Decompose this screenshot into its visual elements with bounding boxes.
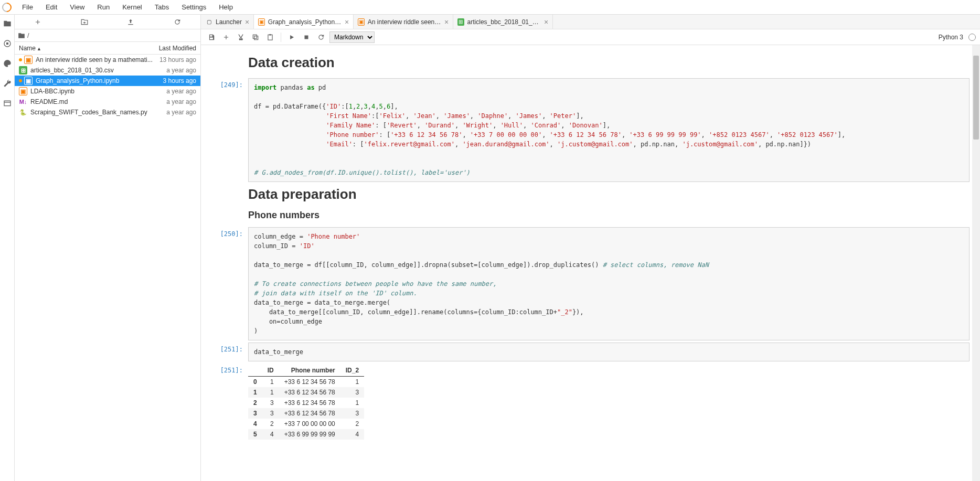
notebook-body[interactable]: Data creation [249]: import pandas as pd… — [201, 45, 980, 481]
file-row[interactable]: ▣LDA-BBC.ipynba year ago — [15, 86, 200, 97]
kernel-status-icon[interactable] — [968, 34, 976, 41]
file-name: Graph_analysis_Python.ipynb — [36, 77, 159, 84]
svg-rect-7 — [305, 35, 308, 39]
celltype-select[interactable]: Markdown — [329, 31, 375, 43]
close-icon[interactable]: × — [245, 18, 249, 26]
svg-rect-6 — [269, 34, 271, 35]
table-row: 23+33 6 12 34 56 781 — [248, 398, 364, 408]
new-folder-button[interactable] — [61, 15, 108, 29]
table-row: 42+33 7 00 00 00 002 — [248, 419, 364, 429]
svg-rect-2 — [4, 101, 10, 105]
file-row[interactable]: M↓README.mda year ago — [15, 97, 200, 107]
input-prompt: [251]: — [211, 343, 248, 361]
tab-label: Launcher — [216, 18, 242, 26]
code-input[interactable]: import pandas as pd df = pd.DataFrame({'… — [248, 78, 970, 182]
scrollbar[interactable] — [972, 45, 980, 481]
tab-label: An interview riddle seen by … — [368, 18, 441, 26]
running-dot-icon — [19, 58, 22, 61]
save-button[interactable] — [205, 31, 218, 44]
tab[interactable]: ▢Launcher× — [201, 15, 254, 29]
table-row: 01+33 6 12 34 56 781 — [248, 377, 364, 388]
scrollbar-thumb[interactable] — [973, 56, 979, 140]
breadcrumb[interactable]: / — [15, 29, 200, 42]
file-row[interactable]: ▣An interview riddle seen by a mathemati… — [15, 55, 200, 65]
table-row: 33+33 6 12 34 56 783 — [248, 408, 364, 419]
menu-file[interactable]: File — [17, 1, 38, 13]
folder-icon[interactable] — [3, 19, 12, 28]
file-name: Scraping_SWIFT_codes_Bank_names.py — [30, 109, 162, 116]
table-header — [248, 365, 262, 377]
new-launcher-button[interactable] — [15, 15, 61, 29]
activity-bar — [0, 15, 15, 481]
file-name: articles_bbc_2018_01_30.csv — [30, 67, 162, 74]
wrench-icon[interactable] — [3, 79, 12, 88]
nb-icon: ▣ — [24, 77, 33, 85]
file-modified: a year ago — [162, 98, 196, 105]
file-name: LDA-BBC.ipynb — [30, 88, 162, 95]
table-header: Phone number — [279, 365, 340, 377]
file-modified: a year ago — [162, 67, 196, 74]
cut-button[interactable] — [235, 31, 247, 44]
csv-icon: ⊞ — [457, 18, 464, 26]
py-icon: 🐍 — [19, 108, 27, 116]
tabs-icon[interactable] — [3, 99, 12, 108]
menu-edit[interactable]: Edit — [40, 1, 62, 13]
folder-icon — [18, 32, 25, 39]
code-input[interactable]: data_to_merge — [248, 343, 970, 361]
input-prompt: [249]: — [211, 78, 248, 182]
menu-help[interactable]: Help — [214, 1, 238, 13]
tab[interactable]: ⊞articles_bbc_2018_01_30.csv× — [453, 15, 553, 29]
file-row[interactable]: ▣Graph_analysis_Python.ipynb3 hours ago — [15, 76, 200, 86]
upload-button[interactable] — [108, 15, 154, 29]
menu-run[interactable]: Run — [92, 1, 115, 13]
jupyter-logo — [0, 1, 13, 14]
code-cell[interactable]: [250]: column_edge = 'Phone number' colu… — [211, 227, 970, 340]
heading-data-preparation: Data preparation — [248, 186, 970, 202]
table-row: 11+33 6 12 34 56 783 — [248, 387, 364, 398]
table-row: 54+33 6 99 99 99 994 — [248, 429, 364, 440]
running-icon[interactable] — [3, 39, 12, 48]
file-modified: 3 hours ago — [159, 77, 196, 84]
file-row[interactable]: ⊞articles_bbc_2018_01_30.csva year ago — [15, 65, 200, 76]
paste-button[interactable] — [264, 31, 276, 44]
svg-rect-3 — [254, 36, 258, 39]
launcher-icon: ▢ — [205, 18, 212, 26]
insert-cell-button[interactable] — [220, 31, 232, 44]
file-name: README.md — [30, 98, 162, 105]
tab[interactable]: ▣Graph_analysis_Python.ipynb× — [254, 15, 354, 29]
file-name: An interview riddle seen by a mathemati.… — [36, 56, 155, 63]
menu-tabs[interactable]: Tabs — [150, 1, 174, 13]
notebook-icon: ▣ — [358, 18, 365, 26]
file-row[interactable]: 🐍Scraping_SWIFT_codes_Bank_names.pya yea… — [15, 107, 200, 117]
table-header: ID — [262, 365, 279, 377]
copy-button[interactable] — [249, 31, 262, 44]
menu-settings[interactable]: Settings — [176, 1, 211, 13]
md-icon: M↓ — [19, 98, 27, 106]
notebook-icon: ▣ — [258, 18, 265, 26]
tab[interactable]: ▣An interview riddle seen by …× — [354, 15, 453, 29]
refresh-button[interactable] — [154, 15, 201, 29]
menu-kernel[interactable]: Kernel — [117, 1, 147, 13]
kernel-name[interactable]: Python 3 — [939, 34, 963, 41]
sort-asc-icon: ▲ — [37, 46, 41, 51]
file-list-header[interactable]: Name▲ Last Modified — [15, 42, 200, 55]
close-icon[interactable]: × — [444, 18, 449, 26]
tab-bar: ▢Launcher×▣Graph_analysis_Python.ipynb×▣… — [201, 15, 980, 29]
menu-view[interactable]: View — [65, 1, 90, 13]
output-cell: [251]: IDPhone numberID_201+33 6 12 34 5… — [211, 364, 970, 440]
nb-icon: ▣ — [19, 87, 27, 95]
restart-button[interactable] — [315, 31, 327, 44]
run-button[interactable] — [285, 31, 298, 44]
output-prompt: [251]: — [211, 364, 248, 440]
table-header: ID_2 — [340, 365, 364, 377]
code-cell[interactable]: [249]: import pandas as pd df = pd.DataF… — [211, 78, 970, 182]
heading-data-creation: Data creation — [248, 55, 970, 71]
close-icon[interactable]: × — [345, 18, 349, 26]
csv-icon: ⊞ — [19, 66, 27, 74]
interrupt-button[interactable] — [300, 31, 313, 44]
close-icon[interactable]: × — [544, 18, 548, 26]
palette-icon[interactable] — [3, 59, 12, 68]
header-modified: Last Modified — [143, 45, 200, 52]
code-input[interactable]: column_edge = 'Phone number' column_ID =… — [248, 227, 970, 340]
code-cell[interactable]: [251]: data_to_merge — [211, 343, 970, 361]
